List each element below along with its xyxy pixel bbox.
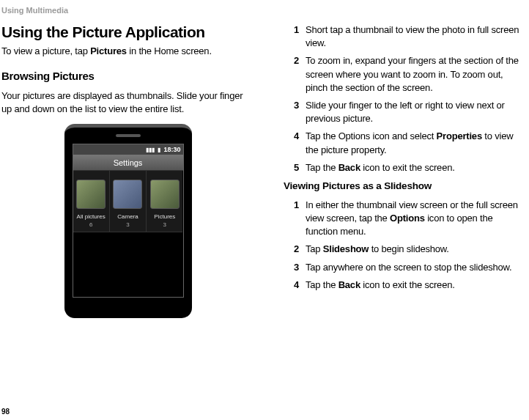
step-item: 1 Short tap a thumbnail to view the phot… <box>284 23 522 50</box>
step-item: 4 Tap the Options icon and select Proper… <box>284 130 522 156</box>
step-number: 2 <box>284 243 306 256</box>
phone-earpiece <box>116 134 141 137</box>
step-text: Short tap a thumbnail to view the photo … <box>306 23 522 50</box>
step-number: 1 <box>284 23 306 50</box>
tab-count: 6 <box>89 221 92 228</box>
step-pre: Tap the Options icon and select <box>306 130 437 141</box>
step-post: icon to exit the screen. <box>360 162 455 173</box>
subheading-browsing: Browsing Pictures <box>1 70 254 82</box>
tab-label: All pictures <box>77 213 106 220</box>
step-text: Slide your finger to the left or right t… <box>306 99 522 125</box>
step-item: 1 In either the thumbnail view screen or… <box>284 199 522 239</box>
tab-all-pictures: All pictures 6 <box>73 171 110 232</box>
screen-body <box>73 232 183 297</box>
step-item: 3 Tap anywhere on the screen to stop the… <box>284 261 522 274</box>
tab-count: 3 <box>163 221 166 228</box>
tab-count: 3 <box>126 221 129 228</box>
step-text: In either the thumbnail view screen or t… <box>306 199 522 239</box>
tab-label: Camera <box>117 213 138 220</box>
tab-pictures: Pictures 3 <box>147 171 182 232</box>
step-item: 3 Slide your finger to the left or right… <box>284 99 522 125</box>
body-paragraph: Your pictures are displayed as thumbnail… <box>1 89 254 115</box>
page-content: Using the Picture Application To view a … <box>0 23 529 318</box>
left-column: Using the Picture Application To view a … <box>1 23 254 318</box>
status-bar: ▮▮▮ ▮ 18:30 <box>73 144 183 155</box>
step-bold: Properties <box>437 130 482 141</box>
step-number: 1 <box>284 199 306 239</box>
intro-text-post: in the Home screen. <box>127 45 212 56</box>
step-bold: Options <box>390 213 425 224</box>
step-item: 2 Tap Slideshow to begin slideshow. <box>284 243 522 256</box>
steps-list-a: 1 Short tap a thumbnail to view the phot… <box>284 23 522 174</box>
step-text: Tap the Back icon to exit the screen. <box>306 279 522 292</box>
step-post: icon to exit the screen. <box>360 279 455 290</box>
tab-label: Pictures <box>154 213 175 220</box>
tab-thumb-icon <box>113 180 142 209</box>
step-number: 5 <box>284 161 306 174</box>
step-post: to begin slideshow. <box>369 243 448 254</box>
step-number: 2 <box>284 54 306 95</box>
step-text: Tap Slideshow to begin slideshow. <box>306 243 522 256</box>
tab-camera: Camera 3 <box>110 171 147 232</box>
page-number: 98 <box>1 408 10 416</box>
section-header: Using Multimedia <box>0 6 529 23</box>
battery-icon: ▮ <box>158 147 160 153</box>
step-text: Tap anywhere on the screen to stop the s… <box>306 261 522 274</box>
step-number: 3 <box>284 99 306 125</box>
status-time: 18:30 <box>163 146 180 153</box>
step-bold: Back <box>339 162 360 173</box>
step-number: 3 <box>284 261 306 274</box>
tab-thumb-icon <box>150 180 180 209</box>
right-column: 1 Short tap a thumbnail to view the phot… <box>284 23 522 318</box>
step-bold: Slideshow <box>323 243 369 254</box>
app-title-bar: Settings <box>73 155 183 171</box>
step-item: 2 To zoom in, expand your fingers at the… <box>284 54 522 95</box>
intro-text-pre: To view a picture, tap <box>1 45 90 56</box>
intro-bold: Pictures <box>90 45 127 56</box>
signal-icon: ▮▮▮ <box>146 147 155 153</box>
steps-list-b: 1 In either the thumbnail view screen or… <box>284 199 522 292</box>
intro-paragraph: To view a picture, tap Pictures in the H… <box>1 45 254 56</box>
step-pre: Tap <box>306 243 323 254</box>
step-text: Tap the Back icon to exit the screen. <box>306 161 522 174</box>
step-number: 4 <box>284 130 306 156</box>
step-text: Tap the Options icon and select Properti… <box>306 130 522 156</box>
step-pre: Tap the <box>306 162 339 173</box>
tab-row: All pictures 6 Camera 3 Pictures 3 <box>73 171 183 232</box>
step-item: 4 Tap the Back icon to exit the screen. <box>284 279 522 292</box>
step-text: To zoom in, expand your fingers at the s… <box>306 54 522 95</box>
phone-screen: ▮▮▮ ▮ 18:30 Settings All pictures 6 Came… <box>73 144 184 298</box>
step-number: 4 <box>284 279 306 292</box>
page-title: Using the Picture Application <box>1 23 254 41</box>
step-bold: Back <box>339 279 360 290</box>
step-pre: Tap the <box>306 279 339 290</box>
subheading-slideshow: Viewing Pictures as a Slideshow <box>284 180 522 191</box>
tab-thumb-icon <box>76 180 106 209</box>
step-item: 5 Tap the Back icon to exit the screen. <box>284 161 522 174</box>
phone-mockup: ▮▮▮ ▮ 18:30 Settings All pictures 6 Came… <box>64 124 192 318</box>
